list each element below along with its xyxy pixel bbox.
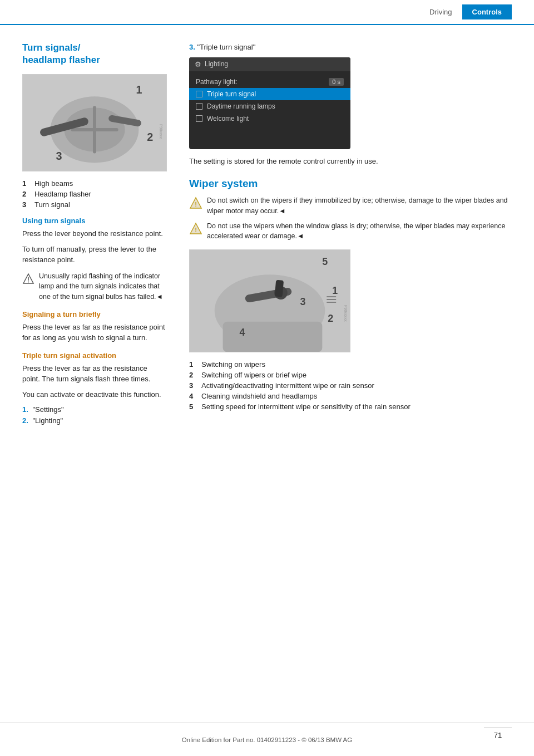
using-p2: To turn off manually, press the lever to… [22,244,167,266]
step-1: 1. "Settings" [22,404,167,415]
svg-text:3: 3 [56,150,62,163]
left-column: Turn signals/ headlamp flasher 1 2 3 [22,42,167,429]
turn-signals-title: Turn signals/ headlamp flasher [22,42,167,66]
page-number: 71 [484,728,512,739]
checkbox-welcome [196,115,202,122]
wiper-image: 5 1 2 3 4 P90xxxxx [189,249,350,352]
step-2: 2. "Lighting" [22,415,167,426]
wiper-item-2: 2 Switching off wipers or brief wipe [189,371,512,379]
lever-image: 1 2 3 P90xxxx [22,74,167,171]
svg-rect-23 [275,280,284,297]
menu-item-triple: Triple turn signal [207,90,256,98]
screen-caption: The setting is stored for the remote con… [189,156,512,167]
using-turn-signals-title: Using turn signals [22,217,167,225]
wiper-item-5: 5 Setting speed for intermittent wipe or… [189,402,512,411]
warning-triangle-icon-2: ! [189,222,202,235]
list-item: 3 Turn signal [22,200,167,209]
main-content: Turn signals/ headlamp flasher 1 2 3 [0,25,534,451]
checkbox-daytime [196,103,202,110]
wiper-item-3: 3 Activating/deactivating intermittent w… [189,381,512,390]
svg-text:1: 1 [332,285,338,296]
pathway-value: 0 s [329,78,344,86]
triangle-icon [22,272,34,284]
svg-text:2: 2 [147,131,153,143]
svg-text:1: 1 [136,84,142,96]
warning-text-2: Do not use the wipers when the window gl… [207,221,512,242]
using-p1: Press the lever beyond the resistance po… [22,228,167,239]
lever-items-list: 1 High beams 2 Headlamp flasher 3 Turn s… [22,179,167,209]
wiper-item-1: 1 Switching on wipers [189,360,512,369]
svg-text:P90xxxx: P90xxxx [159,124,163,139]
svg-text:3: 3 [300,296,306,307]
screen-menu: Pathway light: 0 s Triple turn signal Da… [189,71,350,129]
checkbox-triple [196,91,202,97]
triple-title: Triple turn signal activation [22,351,167,360]
footer: Online Edition for Part no. 01402911223 … [0,723,534,756]
triple-p2: You can activate or deactivate this func… [22,389,167,400]
screen-header: ⚙ Lighting [189,57,350,71]
tab-driving[interactable]: Driving [419,4,462,19]
wiper-items-list: 1 Switching on wipers 2 Switching off wi… [189,360,512,411]
screen-menu-triple: Triple turn signal [189,88,350,100]
lighting-icon: ⚙ [195,60,201,68]
list-item: 1 High beams [22,179,167,188]
svg-text:P90xxxxx: P90xxxxx [344,305,348,322]
header-tabs: Driving Controls [419,4,512,19]
menu-item-welcome: Welcome light [207,115,249,122]
note-box: Unusually rapid flashing of the indicato… [22,271,167,302]
screen-image: ⚙ Lighting Pathway light: 0 s Triple tur… [189,57,350,149]
lever-svg: 1 2 3 P90xxxx [23,74,166,171]
svg-text:5: 5 [322,256,328,267]
svg-text:!: ! [195,227,197,233]
right-column: 3. "Triple turn signal" ⚙ Lighting Pathw… [189,42,512,429]
menu-item-daytime: Daytime running lamps [207,102,275,110]
tab-controls[interactable]: Controls [462,4,512,19]
pathway-label: Pathway light: [196,78,238,86]
activation-steps: 1. "Settings" 2. "Lighting" [22,404,167,426]
pathway-row: Pathway light: 0 s [189,76,350,88]
warning-box-2: ! Do not use the wipers when the window … [189,221,512,242]
screen-header-title: Lighting [205,60,228,68]
wiper-item-4: 4 Cleaning windshield and headlamps [189,392,512,400]
svg-text:!: ! [195,201,197,208]
triple-p1: Press the lever as far as the resistance… [22,363,167,385]
wiper-title: Wiper system [189,178,512,190]
svg-rect-20 [223,322,323,352]
warning-box-1: ! Do not switch on the wipers if they im… [189,195,512,217]
signaling-title: Signaling a turn briefly [22,310,167,318]
list-item: 2 Headlamp flasher [22,190,167,198]
warning-triangle-icon-1: ! [189,196,202,209]
header-bar: Driving Controls [0,0,534,25]
screen-menu-daytime: Daytime running lamps [189,100,350,112]
warning-text-1: Do not switch on the wipers if they immo… [207,195,512,217]
screen-menu-welcome: Welcome light [189,112,350,125]
svg-text:4: 4 [239,327,245,338]
signaling-p: Press the lever as far as the resistance… [22,322,167,343]
wiper-svg: 5 1 2 3 4 P90xxxxx [190,249,350,352]
step3-label: 3. "Triple turn signal" [189,42,512,53]
note-text: Unusually rapid flashing of the indicato… [39,271,167,302]
svg-point-13 [28,281,29,282]
footer-text: Online Edition for Part no. 01402911223 … [182,737,352,743]
svg-text:2: 2 [328,313,333,324]
